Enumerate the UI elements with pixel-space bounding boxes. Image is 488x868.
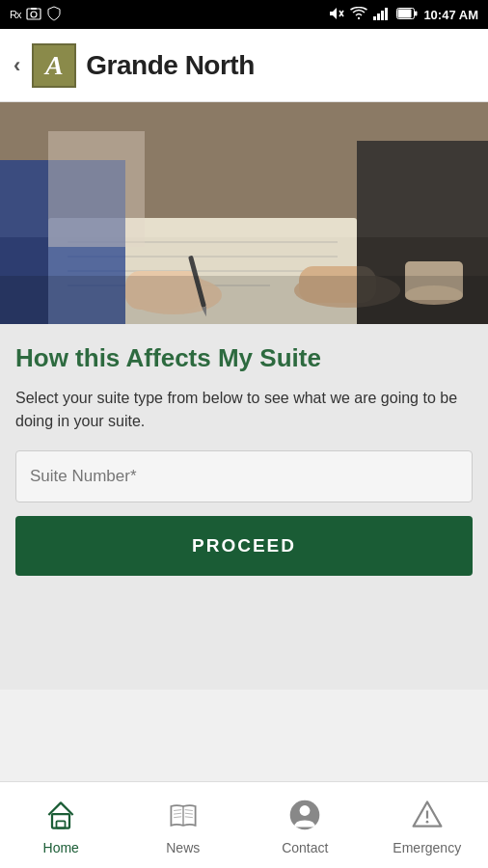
svg-rect-27: [48, 131, 145, 247]
section-title: How this Affects My Suite: [15, 343, 473, 373]
app-header: ‹ A Grande North: [0, 29, 488, 102]
nav-item-news[interactable]: News: [122, 782, 245, 868]
section-description: Select your suite type from below to see…: [15, 387, 473, 433]
svg-line-34: [174, 809, 181, 810]
home-label: Home: [43, 840, 79, 855]
news-label: News: [166, 840, 200, 855]
app-logo: A: [32, 43, 76, 88]
battery-icon: [396, 8, 418, 22]
svg-rect-10: [398, 9, 412, 17]
nav-item-contact[interactable]: Contact: [244, 782, 366, 868]
svg-line-38: [185, 813, 193, 814]
svg-rect-2: [31, 8, 37, 10]
svg-rect-7: [381, 11, 384, 20]
svg-line-36: [174, 816, 181, 817]
suite-number-input[interactable]: [16, 451, 472, 502]
svg-point-41: [300, 805, 311, 816]
proceed-button[interactable]: PROCEED: [15, 516, 473, 576]
logo-letter: A: [45, 50, 64, 81]
status-bar-right: 10:47 AM: [329, 6, 478, 24]
emergency-label: Emergency: [393, 840, 461, 855]
content-area: How this Affects My Suite Select your su…: [0, 324, 488, 591]
back-button[interactable]: ‹: [14, 53, 20, 78]
rx-icon: Rx: [10, 9, 20, 20]
svg-rect-5: [373, 16, 376, 20]
suite-input-container[interactable]: [15, 450, 473, 502]
content-spacer: [0, 591, 488, 690]
svg-point-43: [425, 820, 428, 823]
svg-line-37: [185, 809, 193, 810]
svg-point-1: [31, 12, 37, 17]
nav-item-home[interactable]: Home: [0, 782, 122, 868]
wifi-icon: [350, 7, 367, 23]
nav-item-emergency[interactable]: Emergency: [366, 782, 489, 868]
time-display: 10:47 AM: [423, 8, 478, 22]
news-icon: [164, 796, 203, 834]
app-title: Grande North: [86, 50, 254, 81]
signal-icon: [373, 7, 391, 23]
contact-label: Contact: [282, 840, 328, 855]
status-bar-left: Rx: [10, 6, 61, 24]
svg-rect-6: [377, 14, 380, 20]
svg-rect-30: [0, 276, 488, 324]
svg-rect-8: [385, 8, 388, 20]
shield-icon: [47, 6, 61, 24]
hero-svg: [0, 102, 488, 324]
svg-rect-11: [415, 11, 418, 15]
home-icon: [41, 796, 80, 834]
emergency-icon: [408, 796, 447, 834]
mute-icon: [329, 6, 344, 24]
svg-line-35: [174, 813, 181, 814]
hero-image: [0, 102, 488, 324]
status-bar: Rx 10:47 AM: [0, 0, 488, 29]
svg-line-39: [185, 816, 193, 817]
photo-icon: [26, 7, 41, 23]
proceed-label: PROCEED: [192, 535, 296, 556]
contact-icon: [285, 796, 324, 834]
bottom-nav: Home News: [0, 781, 488, 868]
